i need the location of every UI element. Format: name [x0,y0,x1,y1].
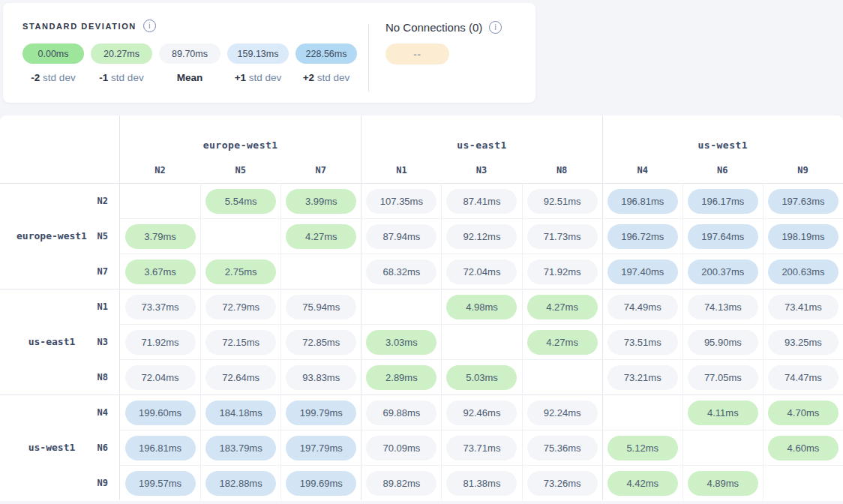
column-group-header: us-west1 [602,116,843,158]
latency-cell: 93.25ms [763,324,843,359]
latency-cell: 69.88ms [361,394,441,430]
row-label-cell: us-west1N6 [0,430,120,465]
latency-cell: 74.47ms [763,359,843,394]
latency-cell: 2.75ms [200,254,280,289]
latency-value-pill: 69.88ms [366,400,436,425]
latency-cell: 196.72ms [602,218,682,254]
latency-value-pill: 92.51ms [527,189,598,214]
latency-cell: 199.79ms [280,394,361,430]
latency-value-pill: 4.70ms [768,400,838,425]
latency-value-pill: 4.27ms [527,295,598,320]
latency-cell: 70.09ms [361,430,441,465]
latency-cell: 4.27ms [522,324,602,359]
legend-label: +2 std dev [296,72,357,83]
latency-value-pill: 3.03ms [366,330,436,355]
latency-value-pill: 5.03ms [446,365,517,390]
std-deviation-legend: STANDARD DEVIATION i 0.00ms20.27ms89.70m… [22,20,364,83]
latency-cell: 196.17ms [682,183,763,218]
legend-divider [368,24,369,92]
latency-cell: 4.27ms [522,289,602,324]
latency-value-pill: 4.11ms [688,400,758,425]
row-label-cell: N2 [0,183,120,218]
row-node-label: N9 [93,478,119,488]
row-node-label: N6 [93,442,119,453]
latency-cell: 92.46ms [441,394,521,430]
latency-value-pill: 75.94ms [286,295,356,320]
latency-value-pill: 89.82ms [366,471,436,496]
info-icon[interactable]: i [489,21,502,34]
latency-value-pill: 4.27ms [286,224,356,249]
latency-cell: 92.12ms [441,218,521,254]
latency-cell: 87.94ms [361,218,441,254]
no-connections-title: No Connections (0) [386,21,482,34]
latency-cell: 199.57ms [120,465,200,500]
latency-cell: 92.51ms [522,183,602,218]
std-deviation-title-row: STANDARD DEVIATION i [22,20,364,32]
latency-value-pill: 74.13ms [688,295,758,320]
legend-pills-row: 0.00ms20.27ms89.70ms159.13ms228.56ms [22,44,364,64]
latency-cell: 3.67ms [120,254,200,289]
latency-value-pill: 2.89ms [366,365,436,390]
row-node-label: N3 [93,337,119,347]
row-label-cell: europe-west1N5 [0,218,120,254]
latency-cell: 72.15ms [200,324,280,359]
latency-value-pill: 196.81ms [125,436,196,460]
latency-value-pill: 73.21ms [608,365,678,390]
row-node-label: N5 [93,231,119,242]
latency-cell: 5.54ms [200,183,280,218]
latency-value-pill: 5.12ms [608,436,678,460]
latency-cell: 196.81ms [602,183,682,218]
latency-cell: 2.89ms [361,359,441,394]
latency-value-pill: 3.79ms [125,224,196,249]
latency-cell [200,218,280,254]
latency-value-pill: 4.27ms [527,330,598,355]
latency-value-pill: 74.47ms [768,365,838,390]
latency-matrix: europe-west1us-east1us-west1N2N5N7N1N3N8… [0,116,843,500]
latency-value-pill: 74.49ms [608,295,678,320]
latency-cell: 73.71ms [441,430,521,465]
legend-label: -1 std dev [91,72,152,83]
latency-cell: 4.11ms [682,394,763,430]
column-node-header: N2 [120,158,200,183]
latency-cell [602,394,682,430]
column-node-header: N6 [682,158,763,183]
column-node-header: N1 [361,158,441,183]
latency-value-pill: 107.35ms [366,189,436,214]
latency-value-pill: 72.79ms [206,295,276,320]
row-node-label: N1 [93,302,119,312]
latency-cell [763,465,843,500]
latency-cell: 198.19ms [763,218,843,254]
latency-value-pill: 73.51ms [608,330,678,355]
latency-cell: 3.03ms [361,324,441,359]
latency-value-pill: 4.98ms [446,295,517,320]
latency-value-pill: 197.79ms [286,436,356,460]
latency-cell: 68.32ms [361,254,441,289]
latency-value-pill: 184.18ms [206,400,276,425]
matrix-corner-cell [0,116,120,183]
info-icon[interactable]: i [143,20,156,32]
latency-cell: 72.04ms [441,254,521,289]
latency-cell: 75.94ms [280,289,361,324]
latency-cell: 197.63ms [763,183,843,218]
latency-cell: 71.92ms [522,254,602,289]
latency-value-pill: 72.64ms [206,365,276,390]
legend-label: +1 std dev [227,72,289,83]
latency-value-pill: 71.92ms [125,330,196,355]
latency-cell: 184.18ms [200,394,280,430]
latency-value-pill: 73.37ms [125,295,196,320]
latency-cell: 4.70ms [763,394,843,430]
row-region-label: us-east1 [10,336,93,347]
legend-pill: 20.27ms [91,44,152,64]
latency-cell: 73.21ms [602,359,682,394]
latency-cell: 72.85ms [280,324,361,359]
legend-pill: 159.13ms [227,44,289,64]
column-group-header: us-east1 [361,116,602,158]
latency-cell: 200.37ms [682,254,763,289]
latency-value-pill: 93.83ms [286,365,356,390]
latency-cell: 87.41ms [441,183,521,218]
row-node-label: N2 [93,196,119,206]
latency-value-pill: 197.63ms [768,189,838,214]
latency-value-pill: 72.85ms [286,330,356,355]
latency-cell [361,289,441,324]
latency-cell: 89.82ms [361,465,441,500]
